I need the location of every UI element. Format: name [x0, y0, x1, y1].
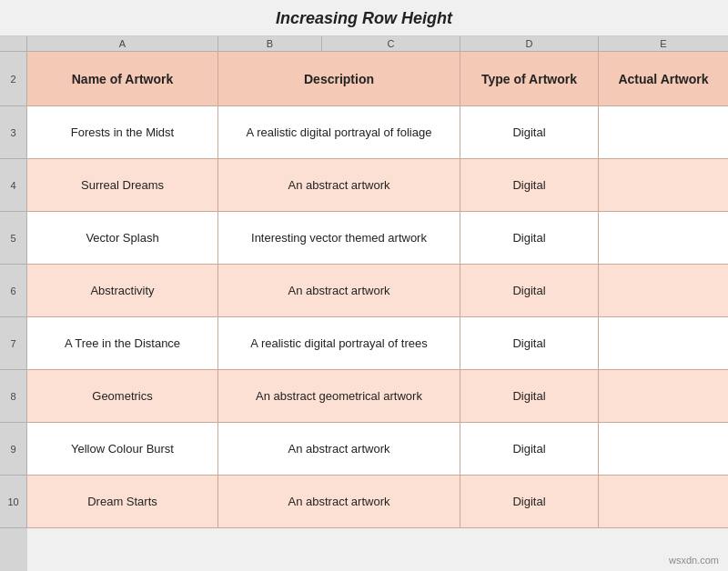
- cell-artwork-3: [599, 265, 728, 316]
- table-row: Surreal Dreams An abstract artwork Digit…: [27, 159, 728, 212]
- cell-artwork-6: [599, 423, 728, 475]
- row-numbers: 2 3 4 5 6 7 8 9 10: [0, 52, 27, 571]
- cell-name-0: Forests in the Midst: [27, 106, 218, 158]
- cell-type-7: Digital: [460, 476, 599, 527]
- cell-name-7: Dream Starts: [27, 476, 218, 527]
- header-artwork: Actual Artwork: [599, 52, 728, 105]
- table-row: Dream Starts An abstract artwork Digital: [27, 476, 728, 528]
- cell-desc-2: Interesting vector themed artwork: [218, 212, 460, 264]
- cell-desc-0: A realistic digital portrayal of foliage: [218, 106, 460, 158]
- table-row: Vector Splash Interesting vector themed …: [27, 212, 728, 265]
- cell-name-2: Vector Splash: [27, 212, 218, 264]
- col-b: B: [218, 36, 322, 52]
- col-d: D: [460, 36, 599, 52]
- cell-type-0: Digital: [460, 106, 599, 158]
- cell-artwork-7: [599, 476, 728, 527]
- spreadsheet-body: 2 3 4 5 6 7 8 9 10 Name of Artwork Descr…: [0, 52, 728, 571]
- table-row: Geometrics An abstract geometrical artwo…: [27, 370, 728, 423]
- spreadsheet-container: Increasing Row Height A B C D E 2 3 4 5 …: [0, 0, 728, 571]
- table-row: Forests in the Midst A realistic digital…: [27, 106, 728, 159]
- cell-desc-3: An abstract artwork: [218, 265, 460, 316]
- cell-artwork-5: [599, 370, 728, 422]
- header-name: Name of Artwork: [27, 52, 218, 105]
- cell-type-1: Digital: [460, 159, 599, 211]
- cell-type-2: Digital: [460, 212, 599, 264]
- spreadsheet-title: Increasing Row Height: [0, 0, 728, 36]
- row-num-2: 2: [0, 52, 27, 106]
- cell-type-4: Digital: [460, 317, 599, 369]
- cell-type-6: Digital: [460, 423, 599, 475]
- cell-artwork-0: [599, 106, 728, 158]
- cell-desc-1: An abstract artwork: [218, 159, 460, 211]
- table-row: A Tree in the Distance A realistic digit…: [27, 317, 728, 370]
- cell-desc-6: An abstract artwork: [218, 423, 460, 475]
- cell-name-5: Geometrics: [27, 370, 218, 422]
- header-row: Name of Artwork Description Type of Artw…: [27, 52, 728, 106]
- cell-name-6: Yellow Colour Burst: [27, 423, 218, 475]
- table-row: Yellow Colour Burst An abstract artwork …: [27, 423, 728, 476]
- cell-type-5: Digital: [460, 370, 599, 422]
- col-header-row: A B C D E: [0, 36, 728, 52]
- row-num-6: 6: [0, 265, 27, 317]
- cell-name-1: Surreal Dreams: [27, 159, 218, 211]
- cell-desc-4: A realistic digital portrayal of trees: [218, 317, 460, 369]
- cell-name-3: Abstractivity: [27, 265, 218, 316]
- corner-cell: [0, 36, 27, 52]
- cell-desc-5: An abstract geometrical artwork: [218, 370, 460, 422]
- cell-type-3: Digital: [460, 265, 599, 316]
- cell-artwork-1: [599, 159, 728, 211]
- col-a: A: [27, 36, 218, 52]
- cell-artwork-2: [599, 212, 728, 264]
- grid-wrapper: A B C D E 2 3 4 5 6 7 8 9 10: [0, 36, 728, 571]
- watermark: wsxdn.com: [669, 555, 719, 566]
- header-type: Type of Artwork: [460, 52, 599, 105]
- row-num-9: 9: [0, 423, 27, 476]
- row-num-10: 10: [0, 476, 27, 528]
- cell-artwork-4: [599, 317, 728, 369]
- row-num-7: 7: [0, 317, 27, 370]
- row-num-4: 4: [0, 159, 27, 212]
- table-row: Abstractivity An abstract artwork Digita…: [27, 265, 728, 317]
- row-num-8: 8: [0, 370, 27, 423]
- row-num-5: 5: [0, 212, 27, 265]
- col-e: E: [599, 36, 728, 52]
- col-c: C: [322, 36, 460, 52]
- cell-desc-7: An abstract artwork: [218, 476, 460, 527]
- cell-name-4: A Tree in the Distance: [27, 317, 218, 369]
- header-description: Description: [218, 52, 460, 105]
- table-area: Name of Artwork Description Type of Artw…: [27, 52, 728, 571]
- row-num-3: 3: [0, 106, 27, 159]
